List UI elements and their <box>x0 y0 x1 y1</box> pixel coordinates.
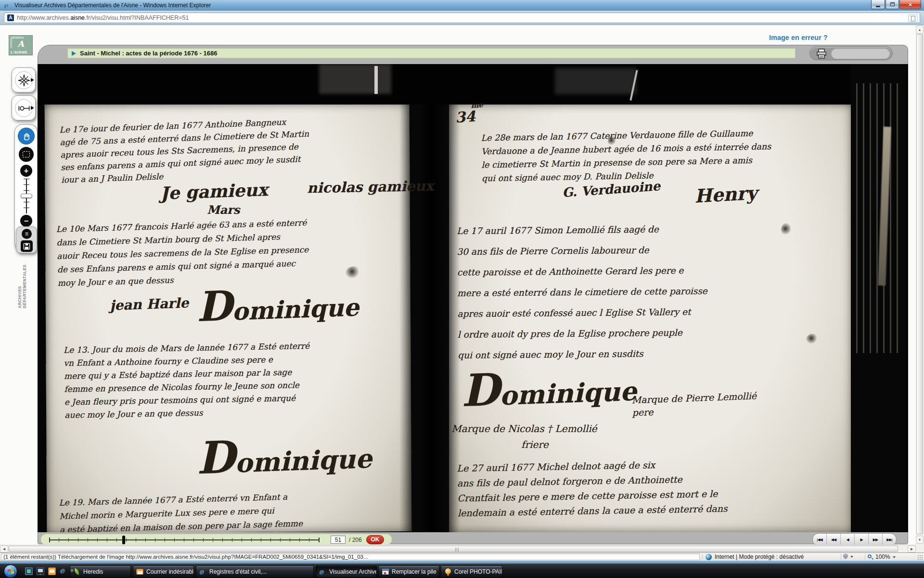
burial-act-text: Le 17 auril 1677 Simon Lemollié fils aag… <box>457 218 795 366</box>
horizontal-scrollbar[interactable]: ◀ ▶ <box>0 545 916 552</box>
scroll-left-button[interactable]: ◀ <box>0 545 8 552</box>
first-image-button[interactable]: |◀◀ <box>813 534 827 546</box>
burial-act-text: Le 13. Jour du mois de Mars de lannée 16… <box>64 338 383 421</box>
windows-taskbar: e » Heredis Courrier indésirable ... e R… <box>0 564 924 578</box>
image-error-link[interactable]: Image en erreur ? <box>769 34 828 41</box>
internet-explorer-icon: e <box>199 568 207 576</box>
separator <box>841 554 841 560</box>
zoom-slider[interactable] <box>15 179 38 213</box>
taskbar-button-courrier[interactable]: Courrier indésirable ... <box>133 565 194 578</box>
scroll-down-button[interactable]: ▼ <box>916 536 924 544</box>
maximize-button[interactable] <box>886 0 899 9</box>
page-slider[interactable] <box>49 536 319 544</box>
taskbar-button-visualiseur[interactable]: e Visualiseur Archives ... <box>316 565 377 578</box>
marquee-icon <box>23 151 30 158</box>
vertical-scroll-thumb[interactable] <box>916 34 923 534</box>
signature: nicolas gamieux <box>307 178 434 197</box>
last-image-button[interactable]: ▶▶| <box>883 534 896 546</box>
actual-size-tool-button[interactable] <box>15 99 33 117</box>
show-desktop-quicklaunch[interactable] <box>25 567 33 575</box>
site-favicon: A <box>7 14 14 21</box>
rewind-button[interactable]: ◀◀ <box>827 534 841 546</box>
horizontal-scroll-thumb[interactable] <box>9 546 898 552</box>
window-title: Visualiseur Archives Départementales de … <box>14 0 211 11</box>
taskbar-button-registres[interactable]: e Registres d'état civil,... <box>196 565 314 578</box>
page-slider-track <box>49 539 319 540</box>
internet-explorer-quicklaunch[interactable]: e <box>60 566 67 574</box>
taskbar-button-corel[interactable]: Corel PHOTO-PAIN... <box>441 565 502 578</box>
separator <box>865 554 865 560</box>
close-button[interactable]: × <box>899 0 921 9</box>
url-suffix: .fr/visu2/visu.html?INBAAFFICHER=51 <box>85 14 189 21</box>
burial-act-text: Le 28e mars de lan 1677 Caterine Verdauo… <box>481 125 838 185</box>
archives-departementales-label: ARCHIVES DÉPARTEMENTALES <box>17 258 27 308</box>
signature: Je gamieux <box>160 179 268 203</box>
print-toolbar <box>809 46 893 60</box>
next-image-button[interactable]: ▶ <box>855 534 869 546</box>
manuscript-scan[interactable]: Le 17e iour de feurier de lan 1677 Antho… <box>38 64 908 532</box>
hand-icon <box>22 131 31 141</box>
priest-signature: Dominique <box>195 426 372 485</box>
protection-button[interactable] <box>843 553 853 559</box>
film-artifact <box>374 66 378 94</box>
monitor-quicklaunch[interactable] <box>37 567 44 575</box>
print-button[interactable] <box>816 49 827 59</box>
taskbar-button-remplacer[interactable]: Remplacer la pile <box>378 565 439 578</box>
print-option-field <box>831 48 890 59</box>
url-domain: aisne <box>70 14 85 21</box>
scroll-right-button[interactable]: ▶ <box>908 545 916 552</box>
address-bar-row: A http://www.archives.aisne.fr/visu2/vis… <box>0 11 924 25</box>
forward-button[interactable]: ▶▶ <box>869 534 883 546</box>
internet-explorer-icon: e <box>319 568 327 576</box>
film-artifact <box>555 68 637 94</box>
internet-zone-icon <box>706 554 712 560</box>
zoom-in-button[interactable]: + <box>20 165 32 177</box>
start-button[interactable] <box>4 565 17 578</box>
save-button[interactable] <box>21 240 33 252</box>
film-top-band <box>38 64 908 105</box>
chevron-down-icon <box>893 556 896 558</box>
zoom-select-tool-button[interactable] <box>19 147 34 162</box>
taskbar-button-heredis[interactable]: Heredis <box>70 565 131 578</box>
witness-mark: friere <box>521 439 549 450</box>
resize-grip <box>917 554 923 560</box>
header-arrow-icon <box>72 51 76 56</box>
magnifier-icon <box>868 554 873 560</box>
signature: Henry <box>694 182 757 207</box>
burial-act-text: Le 19. Mars de lannée 1677 a Esté enterr… <box>59 487 377 532</box>
page-slider-thumb[interactable] <box>122 536 125 544</box>
chevron-down-icon <box>850 556 853 558</box>
ok-button[interactable]: OK <box>366 535 384 544</box>
compatibility-view-button[interactable] <box>908 14 918 22</box>
pan-tool-button[interactable] <box>18 128 35 144</box>
zoom-out-button[interactable]: − <box>20 215 32 227</box>
page-number-input[interactable] <box>331 536 346 544</box>
priest-signature: Dominique <box>460 359 637 417</box>
address-input[interactable]: A http://www.archives.aisne.fr/visu2/vis… <box>4 13 920 23</box>
browser-zoom-button[interactable]: 100% <box>868 553 896 560</box>
maximize-icon <box>890 2 895 6</box>
fit-view-button[interactable]: = <box>22 229 32 239</box>
image-navigation-buttons: |◀◀ ◀◀ ◀ ▶ ▶▶ ▶▶| <box>812 533 897 546</box>
download-status-message: (1 élément restant(s)) Téléchargement de… <box>1 553 700 560</box>
conseil-general-aisne-logo: GÉNÉRAL A CONSEIL L'AISNE <box>9 35 33 55</box>
register-title: Saint - Michel : actes de la période 167… <box>80 50 217 57</box>
burial-act-text: Le 27 auril 1677 Michel delnot aagé de s… <box>457 455 795 521</box>
vertical-scrollbar[interactable]: ▲ ▼ <box>916 25 924 552</box>
browser-viewport: Image en erreur ? Saint - Michel : actes… <box>0 25 924 561</box>
window-title-bar[interactable]: e Visualiseur Archives Départementales d… <box>0 0 924 11</box>
zoom-slider-thumb[interactable] <box>21 194 32 198</box>
mail-quicklaunch[interactable] <box>48 567 56 575</box>
key-icon <box>18 102 30 115</box>
witness-mark: Marque de Nicolas † Lemollié <box>451 423 597 434</box>
close-icon: × <box>909 0 912 9</box>
overview-tool-button[interactable] <box>15 71 33 89</box>
minimize-button[interactable] <box>871 0 885 9</box>
previous-image-button[interactable]: ◀ <box>841 534 855 546</box>
mail-envelope-icon <box>136 568 144 576</box>
scroll-up-button[interactable]: ▲ <box>916 26 924 34</box>
film-artifact <box>319 64 391 94</box>
security-zone-section: Internet | Mode protégé : désactivé <box>706 553 804 561</box>
expand-arrow-icon <box>31 78 34 82</box>
month-heading: Mars <box>207 203 240 217</box>
